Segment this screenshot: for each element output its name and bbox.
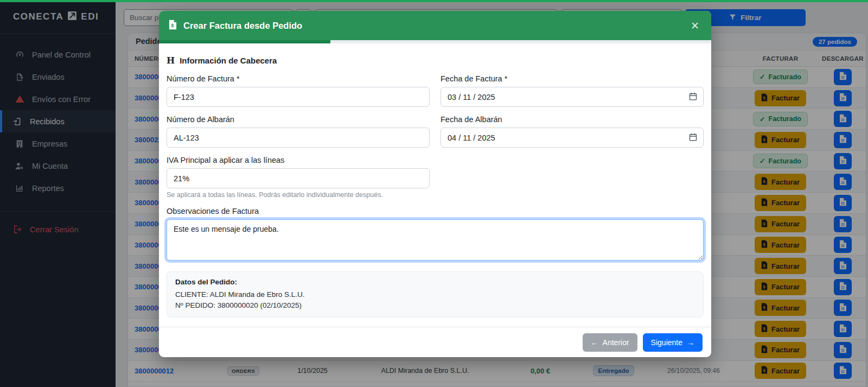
create-invoice-modal: $ Crear Factura desde Pedido ✕ H Informa…: [159, 11, 711, 357]
invoice-number-field-group: Número de Factura *: [167, 74, 430, 107]
invoice-date-input[interactable]: [441, 87, 704, 107]
modal-footer: ← Anterior Siguiente →: [159, 327, 711, 357]
invoice-date-field-group: Fecha de Factura *: [441, 74, 704, 107]
next-button[interactable]: Siguiente →: [643, 333, 703, 352]
delivery-note-number-label: Número de Albarán: [167, 115, 430, 124]
invoice-number-input[interactable]: [167, 87, 430, 107]
top-progress-strip: [0, 0, 868, 2]
previous-button-label: Anterior: [603, 338, 629, 347]
modal-header: $ Crear Factura desde Pedido ✕: [159, 11, 711, 40]
vat-label: IVA Principal a aplicar a las líneas: [167, 156, 430, 164]
invoice-icon: $: [169, 20, 177, 32]
arrow-left-icon: ←: [591, 338, 598, 347]
delivery-note-date-input[interactable]: [441, 128, 704, 148]
invoice-form: Número de Factura * Fecha de Factura * N…: [167, 74, 704, 263]
delivery-note-number-input[interactable]: [167, 128, 430, 148]
arrow-right-icon: →: [687, 338, 694, 347]
order-info-number: Nº PEDIDO: 3800000020 (02/10/2025): [175, 300, 695, 311]
section-title-label: Información de Cabecera: [180, 56, 277, 65]
delivery-note-date-label: Fecha de Albarán: [441, 115, 704, 124]
observations-label: Observaciones de Factura: [167, 207, 704, 215]
spacer: [441, 156, 704, 199]
invoice-date-label: Fecha de Factura *: [441, 74, 704, 83]
previous-button[interactable]: ← Anterior: [583, 333, 637, 352]
order-info-client: CLIENTE: ALDI Miranda de Ebro S.L.U.: [175, 289, 695, 300]
vat-input[interactable]: [167, 168, 430, 188]
modal-title: Crear Factura desde Pedido: [183, 21, 682, 31]
observations-field-group: Observaciones de Factura Este es un mens…: [167, 207, 704, 263]
next-button-label: Siguiente: [651, 338, 682, 347]
order-info-box: Datos del Pedido: CLIENTE: ALDI Miranda …: [167, 271, 704, 318]
vat-help-text: Se aplicará a todas las líneas. Podrás e…: [167, 191, 430, 199]
close-icon[interactable]: ✕: [688, 18, 701, 33]
delivery-note-number-field-group: Número de Albarán: [167, 115, 430, 148]
section-title: H Información de Cabecera: [167, 55, 704, 66]
vat-field-group: IVA Principal a aplicar a las líneas Se …: [167, 156, 430, 199]
observations-textarea[interactable]: Este es un mensaje de prueba.: [167, 219, 704, 261]
order-info-title: Datos del Pedido:: [175, 278, 695, 286]
svg-text:$: $: [171, 22, 174, 28]
delivery-note-date-field-group: Fecha de Albarán: [441, 115, 704, 148]
heading-icon: H: [167, 55, 175, 66]
modal-body: H Información de Cabecera Número de Fact…: [159, 43, 711, 327]
page: CONECTA EDI Panel de Control Enviados En…: [0, 0, 868, 387]
invoice-number-label: Número de Factura *: [167, 74, 430, 83]
